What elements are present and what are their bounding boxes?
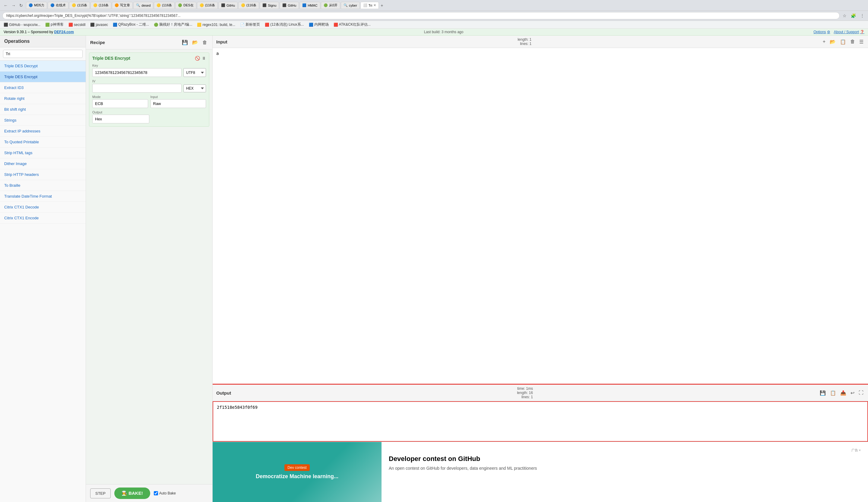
sidebar-item-citrix-ctx1-decode[interactable]: Citrix CTX1 Decode (0, 202, 86, 213)
back-button[interactable]: ← (2, 2, 9, 9)
bookmark-star-icon[interactable]: ☆ (841, 12, 848, 19)
sidebar-item-triple-des-encrypt[interactable]: Triple DES Encrypt (0, 72, 86, 82)
tab-github2[interactable]: ⬛GitHu (280, 2, 299, 9)
iv-field-group: IV HEX UTF8 Base64 (92, 79, 206, 93)
input-header-row: Input length: 1 lines: 1 + 📂 📋 🗑 ☰ (213, 35, 868, 48)
tab-cyber[interactable]: 🔍cyber (341, 2, 360, 9)
search-input[interactable] (3, 50, 83, 58)
bookmark-qrazybox[interactable]: 🟦QRazyBox - 二维... (112, 22, 150, 28)
bookmark-secskill[interactable]: 🟥secskill (67, 22, 87, 27)
tab-online[interactable]: 🔵在线术 (48, 2, 69, 9)
sidebar-item-citrix-ctx1-encode[interactable]: Citrix CTX1 Encode (0, 213, 86, 224)
close-tab-icon[interactable]: ✕ (373, 3, 376, 7)
sidebar-item-extract-ip[interactable]: Extract IP addresses (0, 126, 86, 137)
clear-input-button[interactable]: 🗑 (849, 38, 856, 45)
iv-input[interactable] (92, 84, 182, 93)
bake-button[interactable]: 🧑‍🍳 BAKE! (114, 488, 150, 499)
tab-115[interactable]: 🟡(115条 (69, 2, 90, 9)
mode-label: Mode (92, 95, 148, 99)
op-card-icons: 🚫 ⏸ (195, 56, 206, 61)
input-textarea[interactable]: a (213, 48, 868, 384)
send-to-input-button[interactable]: 📥 (839, 389, 847, 397)
save-output-button[interactable]: 💾 (819, 389, 827, 397)
tab-116c[interactable]: 🟡(116条 (197, 2, 218, 9)
new-tab-button[interactable]: + (380, 2, 384, 9)
iv-encoding-select[interactable]: HEX UTF8 Base64 (183, 84, 206, 92)
tab-desed[interactable]: 🔍desed (133, 2, 153, 9)
save-recipe-button[interactable]: 💾 (181, 39, 189, 46)
bookmark-intranet[interactable]: 🟦内网靶场 (308, 22, 330, 28)
bookmark-brain[interactable]: 🟢脑残好！房地产/编... (153, 22, 193, 28)
undo-output-button[interactable]: ↩ (850, 389, 855, 397)
output-lines-value: 1 (531, 395, 533, 399)
clear-recipe-button[interactable]: 🗑 (202, 39, 208, 46)
options-link[interactable]: Options ⚙ (814, 30, 830, 34)
bookmark-linux[interactable]: 🟥(12条消息) Linux系... (264, 22, 305, 28)
sidebar-title: Operations (4, 39, 81, 44)
sidebar-item-translate-datetime[interactable]: Translate DateTime Format (0, 191, 86, 202)
tab-write[interactable]: 🟠写文章 (112, 2, 133, 9)
sponsor-link[interactable]: DEF24.com (54, 30, 74, 34)
bookmark-github-wupco[interactable]: ⬛GitHub - wupco/w... (2, 22, 42, 27)
output-input[interactable] (92, 115, 149, 123)
bookmark-atk[interactable]: 🟥ATK&CK红队评估... (332, 22, 372, 28)
sidebar-item-strip-http-headers[interactable]: Strip HTTP headers (0, 169, 86, 180)
disable-op-icon[interactable]: 🚫 (195, 56, 200, 61)
mode-input[interactable] (92, 99, 148, 108)
input-options-button[interactable]: ☰ (858, 38, 864, 45)
version-bar: Version 9.39.1 – Sponsored by DEF24.com … (0, 29, 868, 35)
input-type-input[interactable] (151, 99, 206, 108)
tab-116a[interactable]: 🟡(116条 (91, 2, 111, 9)
maximize-output-button[interactable]: ⛶ (858, 389, 864, 397)
tab-favicon-md5: 🔵 (29, 3, 33, 7)
paste-input-button[interactable]: 📋 (839, 38, 847, 45)
sidebar-item-to-quoted-printable[interactable]: To Quoted Printable (0, 137, 86, 147)
bookmark-regex[interactable]: 🟨regex101: build, te... (196, 22, 236, 27)
output-border: 2f1518e5843f0f69 (213, 401, 868, 442)
pause-op-icon[interactable]: ⏸ (202, 56, 206, 61)
tab-116b[interactable]: 🟡(116条 (154, 2, 175, 9)
bookmark-newtab[interactable]: 📄新标签页 (239, 22, 261, 28)
sidebar-item-extract-id3[interactable]: Extract ID3 (0, 82, 86, 93)
sidebar-item-strings[interactable]: Strings (0, 115, 86, 126)
step-button[interactable]: STEP (90, 489, 111, 498)
bake-row: STEP 🧑‍🍳 BAKE! Auto Bake (86, 484, 212, 502)
bookmark-p-blog[interactable]: 🟩p神博客 (44, 22, 65, 28)
auto-bake-label[interactable]: Auto Bake (154, 491, 176, 495)
new-input-button[interactable]: + (822, 38, 826, 45)
tab-md5[interactable]: 🔵MD5力 (26, 2, 47, 9)
output-meta: time: 1ms length: 16 lines: 1 (517, 387, 533, 399)
copy-output-button[interactable]: 📋 (829, 389, 837, 397)
open-file-button[interactable]: 📂 (829, 38, 837, 45)
forward-button[interactable]: → (10, 2, 17, 9)
tab-116d[interactable]: 🟡(116条 (238, 2, 259, 9)
sidebar-item-rotate-right[interactable]: Rotate right (0, 93, 86, 104)
key-encoding-select[interactable]: UTF8 HEX Base64 Latin1 (183, 68, 206, 77)
bookmarks-bar: ⬛GitHub - wupco/w... 🟩p神博客 🟥secskill ⬛ja… (0, 21, 868, 29)
tab-from0[interactable]: 🟢从0开 (321, 2, 340, 9)
key-input[interactable] (92, 68, 182, 77)
auto-bake-checkbox[interactable] (154, 491, 158, 495)
output-box: Output (92, 110, 206, 123)
bookmark-javasec[interactable]: ⬛javasec (89, 22, 109, 27)
sidebar-item-strip-html-tags[interactable]: Strip HTML tags (0, 147, 86, 158)
output-length-value: 16 (529, 391, 533, 395)
tab-hmac[interactable]: 🟦HMAC (299, 2, 320, 9)
sidebar-item-bit-shift-right[interactable]: Bit shift right (0, 104, 86, 115)
load-recipe-button[interactable]: 📂 (191, 39, 199, 46)
sidebar-item-to-braille[interactable]: To Braille (0, 180, 86, 191)
address-bar[interactable] (2, 12, 840, 19)
reload-button[interactable]: ↻ (18, 2, 24, 9)
tab-tri[interactable]: ⬜Tri✕ (360, 2, 379, 9)
tab-signup[interactable]: ⬛Signu (260, 2, 279, 9)
ad-dev-contest-badge: Dev contest (285, 464, 309, 471)
ad-tag[interactable]: 广告 × (389, 448, 861, 452)
sidebar-item-dither-image[interactable]: Dither Image (0, 158, 86, 169)
about-link[interactable]: About / Support ❓ (834, 30, 864, 34)
menu-icon[interactable]: ⋮ (859, 12, 866, 19)
tab-github1[interactable]: ⬛GitHu (218, 2, 238, 9)
sidebar-item-triple-des-decrypt[interactable]: Triple DES Decrypt (0, 61, 86, 72)
tab-des[interactable]: 🟢DES在 (175, 2, 196, 9)
extensions-icon[interactable]: 🧩 (850, 12, 857, 19)
input-type-label: Input (151, 95, 206, 99)
